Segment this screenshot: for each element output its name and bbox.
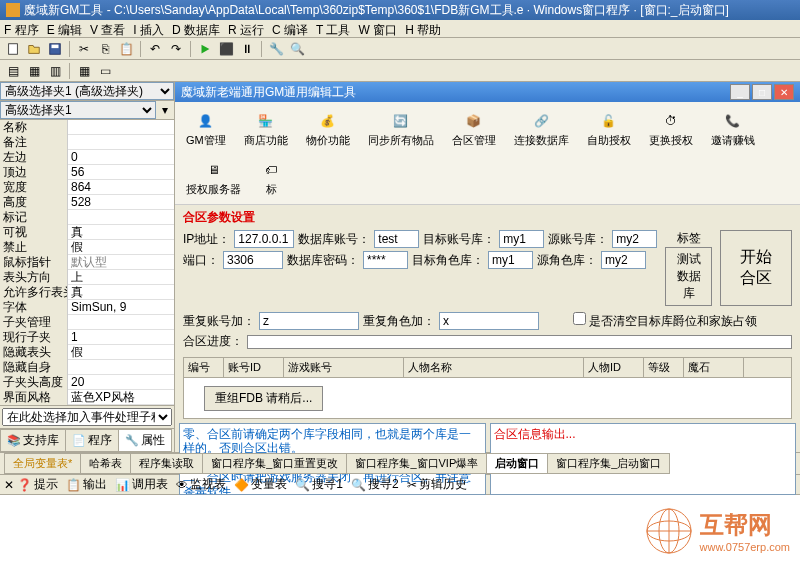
minimize-icon[interactable]: _ [730,84,750,100]
col-1[interactable]: 账号ID [224,358,284,377]
duprole-input[interactable] [439,312,539,330]
new-icon[interactable] [4,40,22,58]
clear-label: 是否清空目标库爵位和家族占领 [589,314,757,328]
main-titlebar: 魔域新GM工具 - C:\Users\Sanday\AppData\Local\… [0,0,800,20]
clear-checkbox[interactable] [573,312,586,325]
debug-clip[interactable]: ✂剪辑历史 [407,476,467,493]
tgtrole-input[interactable] [488,251,533,269]
col-4[interactable]: 人物ID [584,358,644,377]
test-db-button[interactable]: 测试数据库 [665,247,712,306]
btab-3[interactable]: 窗口程序集_窗口重置更改 [202,453,347,474]
debug-watch[interactable]: 👁监视表 [176,476,226,493]
menu-help[interactable]: H 帮助 [405,22,441,35]
toolbar-btn-9[interactable]: 🖥授权服务器 [179,155,248,200]
tool-icon[interactable]: 🔧 [267,40,285,58]
find-icon[interactable]: 🔍 [288,40,306,58]
app-icon [6,3,20,17]
design-window: 魔域新老端通用GM通用编辑工具 _ □ ✕ 👤GM管理🏪商店功能💰物价功能🔄同步… [175,82,800,452]
btab-1[interactable]: 哈希表 [80,453,131,474]
toolbar-btn-7[interactable]: ⏱更换授权 [642,106,700,151]
window-title: 魔域新GM工具 - C:\Users\Sanday\AppData\Local\… [24,2,729,19]
inner-titlebar: 魔域新老端通用GM通用编辑工具 _ □ ✕ [175,82,800,102]
object-selector[interactable]: 高级选择夹1 (高级选择夹) [0,82,174,100]
copy-icon[interactable]: ⎘ [96,40,114,58]
paste-icon[interactable]: 📋 [117,40,135,58]
close-icon[interactable]: ✕ [774,84,794,100]
undo-icon[interactable]: ↶ [146,40,164,58]
btab-2[interactable]: 程序集读取 [130,453,203,474]
start-merge-button[interactable]: 开始合区 [720,230,792,306]
stop-icon[interactable]: ⬛ [217,40,235,58]
dupacc-label: 重复账号加： [183,313,255,330]
toolbar-btn-8[interactable]: 📞邀请赚钱 [704,106,762,151]
toolbar-btn-2[interactable]: 💰物价功能 [299,106,357,151]
debug-calltable[interactable]: 📊调用表 [115,476,168,493]
toolbar-btn-4[interactable]: 📦合区管理 [445,106,503,151]
dbacc-input[interactable] [374,230,419,248]
sub-selector[interactable]: 高级选择夹1 [0,101,156,119]
progress-label: 合区进度： [183,333,243,350]
run-icon[interactable] [196,40,214,58]
open-icon[interactable] [25,40,43,58]
grid-icon[interactable]: ▦ [75,62,93,80]
menu-window[interactable]: W 窗口 [358,22,397,35]
menu-run[interactable]: R 运行 [228,22,264,35]
col-2[interactable]: 游戏账号 [284,358,404,377]
toolbar-btn-3[interactable]: 🔄同步所有物品 [361,106,441,151]
layout-icon[interactable]: ▭ [96,62,114,80]
redo-icon[interactable]: ↷ [167,40,185,58]
toolbar-2: ▤ ▦ ▥ ▦ ▭ [0,60,800,82]
btab-0[interactable]: 全局变量表* [4,453,81,474]
debug-hint[interactable]: ✕ ❓提示 [4,476,58,493]
dbpwd-label: 数据库密码： [287,252,359,269]
dupacc-input[interactable] [259,312,359,330]
save-icon[interactable] [46,40,64,58]
align-left-icon[interactable]: ▤ [4,62,22,80]
align-right-icon[interactable]: ▥ [46,62,64,80]
inner-title-text: 魔域新老端通用GM通用编辑工具 [181,84,356,101]
col-3[interactable]: 人物名称 [404,358,584,377]
toolbar-btn-1[interactable]: 🏪商店功能 [237,106,295,151]
menu-edit[interactable]: E 编辑 [47,22,82,35]
tgtacc-input[interactable] [499,230,544,248]
align-center-icon[interactable]: ▦ [25,62,43,80]
btab-4[interactable]: 窗口程序集_窗口VIP爆率 [346,453,487,474]
toolbar-btn-10[interactable]: 🏷标 [252,155,290,200]
col-6[interactable]: 魔石 [684,358,744,377]
menu-compile[interactable]: C 编译 [272,22,308,35]
merge-form: 合区参数设置 IP地址： 数据库账号： 目标账号库： 源账号库： 端口： 数据库… [175,205,800,357]
srcacc-input[interactable] [612,230,657,248]
tab-program[interactable]: 📄程序 [65,429,119,452]
btab-6[interactable]: 窗口程序集_启动窗口 [547,453,670,474]
maximize-icon[interactable]: □ [752,84,772,100]
tab-property[interactable]: 🔧属性 [118,429,172,452]
menu-database[interactable]: D 数据库 [172,22,220,35]
srcrole-input[interactable] [601,251,646,269]
pause-icon[interactable]: ⏸ [238,40,256,58]
col-0[interactable]: 编号 [184,358,224,377]
cut-icon[interactable]: ✂ [75,40,93,58]
tab-support[interactable]: 📚支持库 [0,429,66,452]
property-grid[interactable]: 名称备注左边0顶边56宽度864高度528标记可视真禁止假鼠标指针默认型表头方向… [0,120,174,405]
toolbar-btn-5[interactable]: 🔗连接数据库 [507,106,576,151]
panel-footer: 在此处选择加入事件处理子程序 [0,405,174,428]
dbpwd-input[interactable] [363,251,408,269]
event-selector[interactable]: 在此处选择加入事件处理子程序 [2,408,172,426]
port-input[interactable] [223,251,283,269]
col-5[interactable]: 等级 [644,358,684,377]
toolbar-btn-0[interactable]: 👤GM管理 [179,106,233,151]
debug-find1[interactable]: 🔍搜寻1 [295,476,343,493]
btab-5[interactable]: 启动窗口 [486,453,548,474]
result-grid[interactable]: 编号账号ID游戏账号人物名称人物ID等级魔石 重组FDB 请稍后... [183,357,792,419]
menu-insert[interactable]: I 插入 [133,22,164,35]
debug-vars[interactable]: 🔶变量表 [234,476,287,493]
srcacc-label: 源账号库： [548,231,608,248]
debug-output[interactable]: 📋输出 [66,476,107,493]
dropdown-icon[interactable]: ▾ [156,101,174,119]
menu-view[interactable]: V 查看 [90,22,125,35]
toolbar-btn-6[interactable]: 🔓自助授权 [580,106,638,151]
menu-program[interactable]: F 程序 [4,22,39,35]
ip-input[interactable] [234,230,294,248]
debug-find2[interactable]: 🔍搜寻2 [351,476,399,493]
menu-tools[interactable]: T 工具 [316,22,350,35]
